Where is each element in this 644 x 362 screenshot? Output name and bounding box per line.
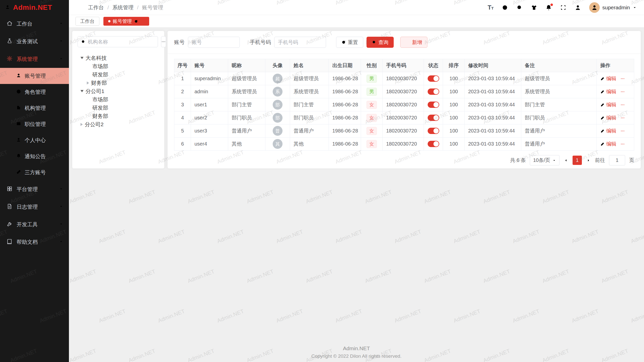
tree-node-rd[interactable]: 研发部 xyxy=(77,70,159,79)
edit-icon xyxy=(600,89,605,94)
tree-node-company[interactable]: 大名科技 xyxy=(77,54,159,62)
tree-node-market[interactable]: 市场部 xyxy=(77,95,159,104)
sidebar-item-system-management[interactable]: 系统管理 xyxy=(0,50,69,68)
chevron-down-icon xyxy=(59,239,63,245)
avatar: 部 xyxy=(273,100,283,110)
tree-node-rd[interactable]: 研发部 xyxy=(77,104,159,112)
caret-down-icon[interactable] xyxy=(80,90,84,92)
cell-nickname: 普通用户 xyxy=(228,124,265,138)
caret-right-icon[interactable] xyxy=(87,81,89,84)
sidebar-item-log-management[interactable]: 日志管理 xyxy=(0,198,69,216)
refresh-tab-icon[interactable] xyxy=(134,19,138,23)
tree-node-branch2[interactable]: 分公司2 xyxy=(77,120,159,128)
logo-text: Admin.NET xyxy=(13,4,52,12)
color-scheme-icon[interactable] xyxy=(502,4,508,11)
close-tab-icon[interactable] xyxy=(140,19,144,23)
fullscreen-icon[interactable] xyxy=(560,4,567,11)
cell-order: 100 xyxy=(443,85,465,98)
more-actions-button[interactable] xyxy=(620,129,625,133)
tab-account-management[interactable]: 账号管理 xyxy=(103,17,149,26)
cell-order: 100 xyxy=(443,72,465,85)
flask-icon xyxy=(7,38,13,45)
cell-index: 6 xyxy=(174,138,191,151)
caret-right-icon[interactable] xyxy=(80,123,83,126)
avatar xyxy=(589,2,600,13)
account-input[interactable] xyxy=(188,37,240,48)
page-number-1[interactable]: 1 xyxy=(573,156,582,165)
edit-button[interactable]: 编辑 xyxy=(600,101,616,108)
breadcrumb-item[interactable]: 工作台 xyxy=(88,4,104,11)
search-icon[interactable] xyxy=(516,4,523,11)
status-toggle[interactable] xyxy=(428,102,439,108)
phone-input[interactable] xyxy=(274,37,326,48)
org-search-input[interactable] xyxy=(88,39,154,45)
tree-node-branch1[interactable]: 分公司1 xyxy=(77,87,159,95)
more-actions-button[interactable] xyxy=(620,76,625,81)
font-size-icon[interactable]: TT xyxy=(488,5,494,11)
sidebar-item-position-management[interactable]: 职位管理 xyxy=(0,116,69,132)
add-button[interactable]: 新增 xyxy=(400,37,427,48)
tree-node-label: 财务部 xyxy=(92,113,108,120)
edit-button[interactable]: 编辑 xyxy=(600,141,616,147)
more-actions-button[interactable] xyxy=(620,116,625,120)
sidebar-item-platform-management[interactable]: 平台管理 xyxy=(0,180,69,198)
status-toggle[interactable] xyxy=(428,115,439,121)
cell-gender: 男 xyxy=(361,85,383,98)
col-order: 排序 xyxy=(443,59,465,72)
sidebar-item-org-management[interactable]: 机构管理 xyxy=(0,100,69,116)
cell-phone: 18020030720 xyxy=(383,72,424,85)
user-menu[interactable]: superadmin xyxy=(589,2,637,13)
reset-button[interactable]: 重置 xyxy=(336,37,363,48)
tab-workbench[interactable]: 工作台 xyxy=(75,17,99,26)
tree-node-finance[interactable]: 财务部 xyxy=(77,112,159,120)
cell-actions: 编辑 xyxy=(597,85,634,98)
cell-index: 4 xyxy=(174,111,191,124)
cell-remark: 系统管理员 xyxy=(521,85,597,98)
tree-more-button[interactable] xyxy=(161,36,166,47)
sidebar-item-profile-center[interactable]: 个人中心 xyxy=(0,132,69,148)
more-dots-icon xyxy=(620,89,625,94)
edit-button[interactable]: 编辑 xyxy=(600,88,616,95)
status-toggle[interactable] xyxy=(428,128,439,134)
profile-icon[interactable] xyxy=(575,4,581,11)
sidebar-item-account-management[interactable]: 账号管理 xyxy=(0,68,69,84)
edit-button[interactable]: 编辑 xyxy=(600,75,616,82)
sidebar-item-notice[interactable]: 通知公告 xyxy=(0,148,69,164)
sidebar-item-help-docs[interactable]: 帮助文档 xyxy=(0,233,69,251)
more-actions-button[interactable] xyxy=(620,89,625,94)
breadcrumb-item[interactable]: 系统管理 xyxy=(112,4,134,11)
sidebar-item-thirdparty-account[interactable]: 三方账号 xyxy=(0,164,69,180)
cell-birthdate: 1986-06-28 xyxy=(329,138,361,151)
sidebar-item-dev-tools[interactable]: 开发工具 xyxy=(0,216,69,233)
status-toggle[interactable] xyxy=(428,75,439,82)
collapse-menu-icon[interactable] xyxy=(75,4,82,11)
page-size-select[interactable]: 10条/页 xyxy=(530,155,559,165)
theme-icon[interactable] xyxy=(531,4,537,11)
cell-status xyxy=(424,98,443,111)
breadcrumb-separator: / xyxy=(107,5,109,11)
more-actions-button[interactable] xyxy=(620,142,625,146)
chevron-down-icon xyxy=(59,204,63,210)
caret-down-icon[interactable] xyxy=(80,57,84,59)
sidebar-item-role-management[interactable]: 角色管理 xyxy=(0,84,69,100)
tree-node-finance[interactable]: 财务部 xyxy=(77,79,159,87)
cell-actions: 编辑 xyxy=(597,98,634,111)
cell-nickname: 超级管理员 xyxy=(228,72,265,85)
edit-button[interactable]: 编辑 xyxy=(600,114,616,121)
next-page-button[interactable] xyxy=(586,158,591,163)
sidebar-item-business-test[interactable]: 业务测试 xyxy=(0,33,69,50)
edit-button[interactable]: 编辑 xyxy=(600,127,616,134)
search-button[interactable]: 查询 xyxy=(367,37,394,48)
table-row: 2 admin 系统管理员 系 系统管理员 1986-06-28 男 18020… xyxy=(174,85,634,98)
accounts-panel: 账号 手机号码 重置 查询 新增 xyxy=(168,31,641,168)
col-nickname: 昵称 xyxy=(228,59,265,72)
more-actions-button[interactable] xyxy=(620,103,625,107)
prev-page-button[interactable] xyxy=(564,158,569,163)
notification-bell-icon[interactable] xyxy=(545,4,552,11)
tree-node-market[interactable]: 市场部 xyxy=(77,62,159,70)
status-toggle[interactable] xyxy=(428,88,439,95)
status-toggle[interactable] xyxy=(428,141,439,147)
gender-tag: 女 xyxy=(367,127,377,135)
sidebar-item-workbench[interactable]: 工作台 xyxy=(0,15,69,33)
goto-page-input[interactable] xyxy=(609,155,625,165)
